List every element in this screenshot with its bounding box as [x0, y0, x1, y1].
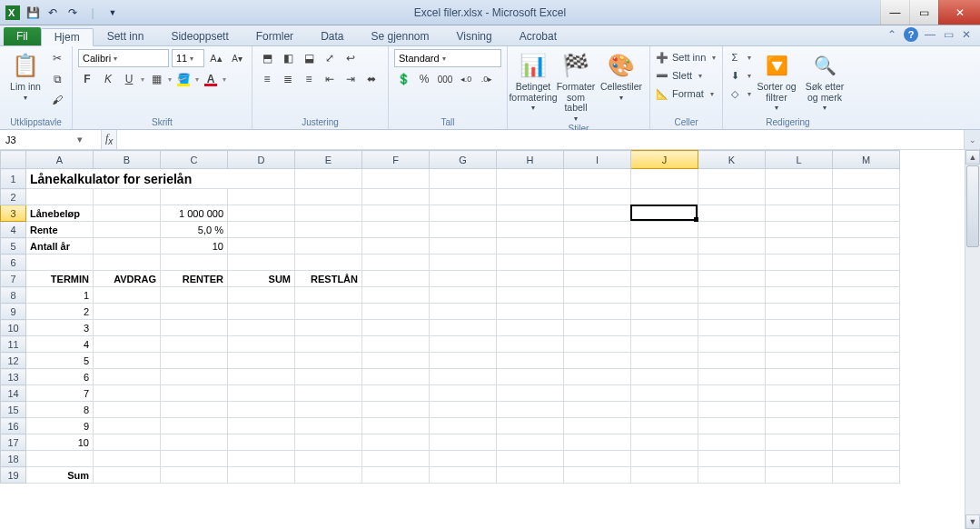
cell-B13[interactable]: [94, 369, 161, 385]
row-header-12[interactable]: 12: [1, 353, 26, 369]
cell-A1[interactable]: Lånekalkulator for serielån: [26, 169, 295, 189]
cell-K1[interactable]: [698, 169, 766, 189]
cell-I9[interactable]: [564, 304, 631, 320]
cell-L18[interactable]: [766, 451, 833, 467]
cell-B7[interactable]: AVDRAG: [94, 271, 161, 287]
cell-A9[interactable]: 2: [26, 304, 94, 320]
row-header-9[interactable]: 9: [1, 304, 26, 320]
cell-M12[interactable]: [833, 353, 900, 369]
percent-icon[interactable]: %: [415, 70, 433, 88]
cell-F8[interactable]: [362, 287, 430, 304]
row-header-2[interactable]: 2: [1, 189, 26, 205]
cell-G5[interactable]: [430, 238, 497, 255]
cell-C4[interactable]: 5,0 %: [161, 222, 228, 238]
fx-icon[interactable]: fx: [105, 132, 113, 146]
cell-D7[interactable]: SUM: [228, 271, 295, 287]
align-middle-icon[interactable]: ◧: [279, 49, 297, 67]
tab-sideoppsett[interactable]: Sideoppsett: [157, 27, 242, 45]
cell-K14[interactable]: [698, 385, 766, 402]
cell-H8[interactable]: [497, 287, 564, 304]
cell-L4[interactable]: [766, 222, 833, 238]
cell-B11[interactable]: [94, 336, 161, 353]
cell-F2[interactable]: [362, 189, 430, 205]
cell-I19[interactable]: [564, 467, 631, 484]
cell-J9[interactable]: [631, 304, 698, 320]
worksheet-grid[interactable]: ABCDEFGHIJKLM1Lånekalkulator for serielå…: [0, 150, 980, 529]
column-header-B[interactable]: B: [94, 151, 161, 169]
cell-L3[interactable]: [766, 205, 833, 222]
find-select-button[interactable]: 🔍Søk etter og merk▾: [802, 49, 847, 113]
cell-M8[interactable]: [833, 287, 900, 304]
font-size-select[interactable]: 11▾: [172, 49, 204, 67]
paste-button[interactable]: 📋 Lim inn ▾: [5, 49, 45, 102]
cell-L2[interactable]: [766, 189, 833, 205]
cell-C14[interactable]: [161, 385, 228, 402]
cell-J1[interactable]: [631, 169, 698, 189]
cell-L9[interactable]: [766, 304, 833, 320]
cell-M15[interactable]: [833, 402, 900, 418]
number-format-select[interactable]: Standard▾: [394, 49, 501, 67]
cell-B2[interactable]: [94, 189, 161, 205]
cell-I17[interactable]: [564, 434, 631, 451]
cell-D6[interactable]: [228, 255, 295, 271]
cell-D15[interactable]: [228, 402, 295, 418]
cell-I15[interactable]: [564, 402, 631, 418]
cell-M10[interactable]: [833, 320, 900, 336]
cell-H15[interactable]: [497, 402, 564, 418]
cell-E10[interactable]: [295, 320, 362, 336]
cell-J7[interactable]: [631, 271, 698, 287]
qat-customize-icon[interactable]: ▼: [104, 4, 122, 22]
cell-L10[interactable]: [766, 320, 833, 336]
maximize-button[interactable]: ▭: [909, 0, 938, 25]
tab-visning[interactable]: Visning: [443, 27, 506, 45]
cell-F3[interactable]: [362, 205, 430, 222]
cell-D13[interactable]: [228, 369, 295, 385]
wrap-text-icon[interactable]: ↩: [342, 49, 360, 67]
cell-A18[interactable]: [26, 451, 94, 467]
cell-C15[interactable]: [161, 402, 228, 418]
cell-K4[interactable]: [698, 222, 766, 238]
cell-M11[interactable]: [833, 336, 900, 353]
copy-icon[interactable]: ⧉: [48, 70, 66, 88]
cell-I11[interactable]: [564, 336, 631, 353]
row-header-18[interactable]: 18: [1, 451, 26, 467]
cell-I1[interactable]: [564, 169, 631, 189]
cell-K6[interactable]: [698, 255, 766, 271]
cell-A7[interactable]: TERMIN: [26, 271, 94, 287]
cell-I3[interactable]: [564, 205, 631, 222]
cell-B8[interactable]: [94, 287, 161, 304]
cell-H10[interactable]: [497, 320, 564, 336]
cell-J8[interactable]: [631, 287, 698, 304]
cell-H14[interactable]: [497, 385, 564, 402]
cell-I7[interactable]: [564, 271, 631, 287]
format-painter-icon[interactable]: 🖌: [48, 91, 66, 109]
row-header-7[interactable]: 7: [1, 271, 26, 287]
cell-M14[interactable]: [833, 385, 900, 402]
cell-M18[interactable]: [833, 451, 900, 467]
cell-D2[interactable]: [228, 189, 295, 205]
column-header-C[interactable]: C: [161, 151, 228, 169]
cell-C18[interactable]: [161, 451, 228, 467]
cell-B15[interactable]: [94, 402, 161, 418]
cell-B14[interactable]: [94, 385, 161, 402]
cell-J13[interactable]: [631, 369, 698, 385]
minimize-ribbon-icon[interactable]: ⌃: [886, 28, 898, 41]
cell-C2[interactable]: [161, 189, 228, 205]
cell-B12[interactable]: [94, 353, 161, 369]
conditional-formatting-button[interactable]: 📊Betinget formatering▾: [513, 49, 553, 113]
column-header-F[interactable]: F: [362, 151, 430, 169]
cell-F15[interactable]: [362, 402, 430, 418]
cell-H19[interactable]: [497, 467, 564, 484]
cell-H3[interactable]: [497, 205, 564, 222]
cell-K3[interactable]: [698, 205, 766, 222]
cell-G6[interactable]: [430, 255, 497, 271]
scroll-thumb[interactable]: [966, 165, 979, 247]
bold-button[interactable]: F: [78, 70, 96, 88]
cell-K13[interactable]: [698, 369, 766, 385]
cell-J3[interactable]: [631, 205, 698, 222]
cell-F4[interactable]: [362, 222, 430, 238]
cell-G3[interactable]: [430, 205, 497, 222]
cell-G18[interactable]: [430, 451, 497, 467]
italic-button[interactable]: K: [99, 70, 117, 88]
cell-B9[interactable]: [94, 304, 161, 320]
